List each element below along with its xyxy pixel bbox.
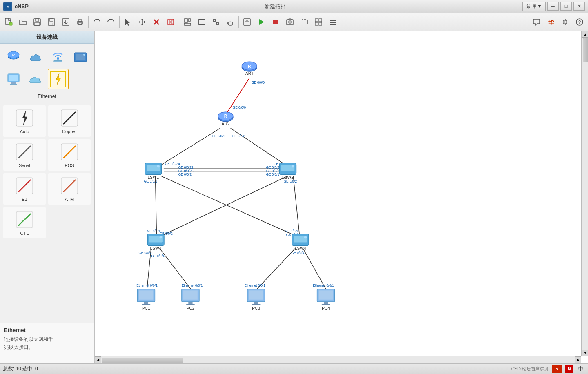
scroll-left-arrow[interactable]: ◀	[95, 356, 101, 363]
svg-rect-106	[186, 304, 194, 305]
play-button[interactable]	[254, 15, 268, 29]
node-ar2[interactable]: R AR2	[218, 112, 233, 126]
menu-button[interactable]: 菜 单▼	[522, 2, 546, 11]
clear-button[interactable]	[164, 15, 178, 29]
canvas-area[interactable]: GE 0/0/0 GE 0/0/0 GE 0/0/1 GE 0/0/2 GE 0…	[95, 31, 588, 363]
network-diagram: GE 0/0/0 GE 0/0/0 GE 0/0/1 GE 0/0/2 GE 0…	[95, 31, 588, 363]
port-pc4-top: Ethernet 0/0/1	[313, 284, 334, 287]
link-lsw2-lsw4	[293, 176, 299, 236]
config-button[interactable]	[558, 15, 572, 29]
horizontal-scrollbar[interactable]: ◀ ▶	[95, 356, 581, 363]
svg-rect-114	[319, 290, 333, 300]
vertical-scrollbar[interactable]: ▲ ▼	[581, 31, 588, 356]
rectangle-button[interactable]	[195, 15, 209, 29]
node-pc1[interactable]: PC1	[137, 289, 155, 311]
pc-icon	[5, 71, 22, 87]
node-lsw2[interactable]: LSW2	[279, 163, 296, 180]
svg-text:AR2: AR2	[221, 122, 229, 126]
cable-auto[interactable]: Auto	[3, 105, 46, 137]
switch-cloud-icon	[28, 49, 44, 65]
port-lsw3-bot1: GE 0/0/2	[138, 251, 152, 255]
node-lsw3[interactable]: LSW3	[147, 234, 164, 251]
device-network[interactable]	[70, 47, 91, 67]
grid-button[interactable]	[312, 15, 325, 29]
auto-cable-label: Auto	[20, 129, 29, 134]
svg-rect-33	[301, 20, 307, 24]
svg-line-26	[216, 22, 217, 23]
scroll-h-thumb[interactable]	[102, 358, 183, 363]
close-button[interactable]: ✕	[573, 2, 585, 11]
statusbar: 总数: 10 选中: 0 CSDI论坛首席讲师 S 华 中	[0, 363, 588, 374]
print-button[interactable]	[73, 15, 87, 29]
redo-button[interactable]	[104, 15, 118, 29]
node-ar1[interactable]: R AR1	[242, 62, 257, 76]
open-file-button[interactable]	[16, 15, 30, 29]
node-pc2[interactable]: PC2	[182, 289, 199, 311]
chat-button[interactable]	[530, 15, 543, 29]
svg-rect-40	[319, 22, 322, 25]
settings-icon-button[interactable]	[326, 15, 340, 29]
svg-text:华: 华	[548, 19, 554, 25]
select-button[interactable]	[121, 15, 135, 29]
svg-text:R: R	[12, 53, 15, 57]
svg-marker-28	[259, 19, 264, 25]
cable-serial[interactable]: Serial	[3, 139, 46, 171]
snapshot-button[interactable]	[283, 15, 297, 29]
cable-copper[interactable]: Copper	[48, 105, 91, 137]
scroll-up-arrow[interactable]: ▲	[582, 31, 588, 38]
node-lsw1[interactable]: LSW1	[145, 163, 162, 180]
import-button[interactable]	[59, 15, 73, 29]
node-lsw4[interactable]: LSW4	[292, 234, 309, 251]
node-pc4[interactable]: PC4	[317, 289, 335, 311]
svg-rect-20	[184, 19, 188, 22]
device-switch-cloud[interactable]	[26, 47, 47, 67]
device-wireless[interactable]	[48, 47, 69, 67]
node-pc3[interactable]: PC3	[247, 289, 265, 311]
save-file-button[interactable]	[30, 15, 44, 29]
scroll-right-arrow[interactable]: ▶	[575, 356, 581, 363]
cable-atm[interactable]: ATM	[48, 173, 91, 205]
pos-cable-icon	[60, 142, 79, 162]
undo-button[interactable]	[90, 15, 104, 29]
loopback-button[interactable]	[223, 15, 237, 29]
csdi-label: CSDI论坛首席讲师	[511, 366, 549, 372]
fit-button[interactable]	[240, 15, 254, 29]
scroll-v-thumb[interactable]	[583, 38, 588, 62]
cable-grid: Auto Copper	[2, 104, 92, 240]
scroll-down-arrow[interactable]: ▼	[582, 350, 588, 356]
save-as-button[interactable]	[45, 15, 58, 29]
cable-pos[interactable]: POS	[48, 139, 91, 171]
port-ar2-left: GE 0/0/1	[212, 134, 225, 138]
e1-cable-icon	[15, 176, 34, 196]
input-method-indicator[interactable]: 中	[577, 365, 585, 373]
serial-cable-icon	[15, 142, 34, 162]
toolbar-sep1	[88, 16, 89, 28]
link-button[interactable]	[209, 15, 223, 29]
device-icons-grid: R	[0, 44, 94, 93]
port-lsw1-r3: GE 0/0/2	[178, 173, 192, 176]
huawei-button[interactable]: 华	[544, 15, 558, 29]
cable-ctl[interactable]: CTL	[3, 207, 46, 238]
svg-rect-14	[78, 23, 82, 24]
maximize-button[interactable]: □	[560, 2, 572, 11]
capture-button[interactable]	[297, 15, 311, 29]
svg-rect-7	[35, 22, 40, 25]
ethernet-icon	[50, 71, 66, 87]
svg-point-88	[292, 165, 294, 167]
stop-button[interactable]	[269, 15, 283, 29]
device-ethernet[interactable]	[48, 69, 69, 89]
main-area: 设备连线 R	[0, 31, 588, 363]
device-hub[interactable]	[26, 69, 47, 89]
delete-button[interactable]	[149, 15, 163, 29]
new-file-button[interactable]: +	[2, 15, 16, 29]
text-button[interactable]	[180, 15, 194, 29]
device-pc[interactable]	[3, 69, 24, 89]
pan-button[interactable]	[135, 15, 149, 29]
svg-rect-38	[319, 19, 322, 22]
cable-e1[interactable]: E1	[3, 173, 46, 205]
hub-icon	[28, 71, 44, 87]
device-router[interactable]: R	[3, 47, 24, 67]
status-total: 总数: 10 选中: 0	[3, 365, 38, 372]
help-button[interactable]: ?	[572, 15, 586, 29]
minimize-button[interactable]: ─	[547, 2, 559, 11]
